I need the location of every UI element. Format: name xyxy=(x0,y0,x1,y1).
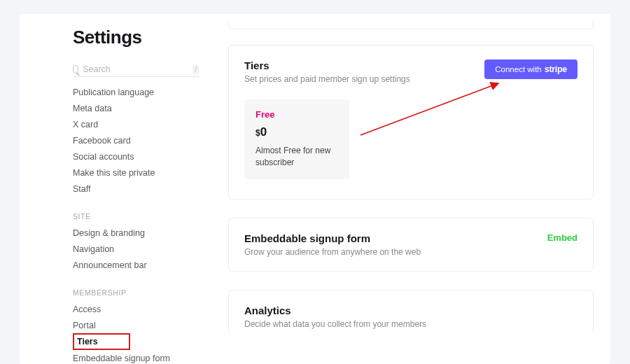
tiers-title-block: Tiers Set prices and paid member sign up… xyxy=(244,59,410,84)
tiers-header: Tiers Set prices and paid member sign up… xyxy=(244,59,578,84)
sidebar-item-signup-form[interactable]: Embeddable signup form xyxy=(73,350,199,364)
sidebar-item-publication-language[interactable]: Publication language xyxy=(73,84,199,100)
tier-name: Free xyxy=(255,109,338,120)
analytics-title: Analytics xyxy=(244,304,578,316)
sidebar-item-staff[interactable]: Staff xyxy=(73,181,199,197)
embed-action[interactable]: Embed xyxy=(547,232,578,243)
sidebar-item-design[interactable]: Design & branding xyxy=(73,225,199,241)
sidebar-item-social-accounts[interactable]: Social accounts xyxy=(73,148,199,164)
sidebar-section-membership: MEMBERSHIP xyxy=(73,288,199,297)
tiers-subtitle: Set prices and paid member sign up setti… xyxy=(244,74,410,84)
settings-panel: Settings / Publication language Meta dat… xyxy=(20,14,610,364)
connect-stripe-prefix: Connect with xyxy=(495,65,541,74)
sidebar-item-navigation[interactable]: Navigation xyxy=(73,241,199,257)
embed-header: Embeddable signup form Grow your audienc… xyxy=(244,232,578,257)
annotation-arrow-icon xyxy=(355,78,509,141)
tier-tile-free[interactable]: Free $0 Almost Free for new subscriber xyxy=(244,99,349,179)
sidebar-item-portal[interactable]: Portal xyxy=(73,317,199,333)
analytics-subtitle: Decide what data you collect from your m… xyxy=(244,319,578,329)
sidebar-item-tiers[interactable]: Tiers xyxy=(73,333,130,350)
sidebar-group-membership: Access Portal Tiers Embeddable signup fo… xyxy=(73,301,199,364)
sidebar-item-x-card[interactable]: X card xyxy=(73,116,199,132)
search-field[interactable]: / xyxy=(73,62,199,77)
search-input[interactable] xyxy=(83,64,192,74)
previous-card-edge xyxy=(228,21,594,29)
sidebar-item-announcement[interactable]: Announcement bar xyxy=(73,257,199,273)
svg-line-0 xyxy=(360,83,498,135)
tiers-title: Tiers xyxy=(244,59,410,71)
tiers-card: Tiers Set prices and paid member sign up… xyxy=(228,45,594,200)
embed-title-block: Embeddable signup form Grow your audienc… xyxy=(244,232,421,257)
page-title: Settings xyxy=(73,27,199,48)
stripe-logo: stripe xyxy=(545,64,567,74)
search-shortcut: / xyxy=(192,65,199,74)
sidebar-item-meta-data[interactable]: Meta data xyxy=(73,100,199,116)
tier-description: Almost Free for new subscriber xyxy=(255,145,338,169)
sidebar-item-access[interactable]: Access xyxy=(73,301,199,317)
sidebar-item-facebook-card[interactable]: Facebook card xyxy=(73,132,199,148)
main-content: Tiers Set prices and paid member sign up… xyxy=(199,14,610,364)
embed-card: Embeddable signup form Grow your audienc… xyxy=(228,218,594,272)
tier-price: $0 xyxy=(255,125,338,139)
sidebar-section-site: SITE xyxy=(73,212,199,220)
embed-title: Embeddable signup form xyxy=(244,232,421,244)
embed-subtitle: Grow your audience from anywhere on the … xyxy=(244,247,421,257)
analytics-title-block: Analytics Decide what data you collect f… xyxy=(244,304,578,329)
tier-amount: 0 xyxy=(260,125,267,139)
sidebar-group-site: Design & branding Navigation Announcemen… xyxy=(73,225,199,273)
sidebar: Settings / Publication language Meta dat… xyxy=(73,14,199,364)
tier-currency: $ xyxy=(255,128,260,138)
search-icon xyxy=(73,65,78,74)
sidebar-item-make-private[interactable]: Make this site private xyxy=(73,164,199,181)
analytics-card: Analytics Decide what data you collect f… xyxy=(228,290,594,333)
sidebar-group-top: Publication language Meta data X card Fa… xyxy=(73,84,199,197)
connect-stripe-button[interactable]: Connect with stripe xyxy=(484,59,578,79)
